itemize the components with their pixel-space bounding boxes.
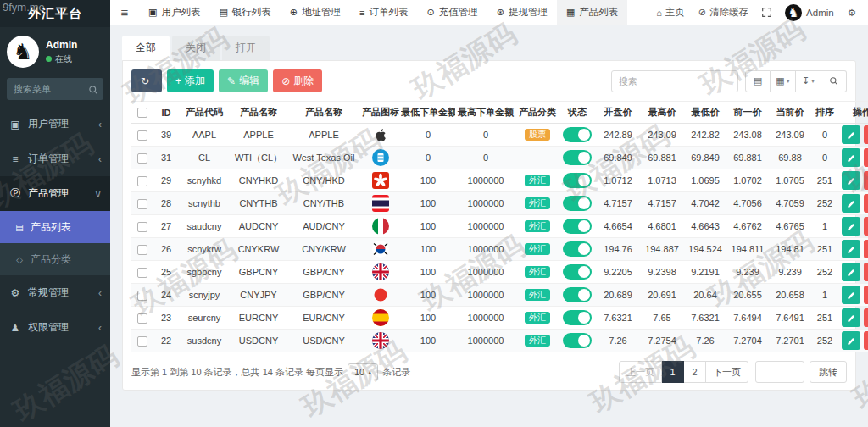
columns-button[interactable]: ▦▾ xyxy=(771,70,796,92)
row-edit-button[interactable] xyxy=(842,286,860,304)
row-delete-button[interactable] xyxy=(864,263,868,281)
table-row: 23seurcnyEURCNYEUR/CNY1001000000外汇7.6321… xyxy=(131,307,868,330)
row-checkbox[interactable] xyxy=(137,130,147,141)
search-button[interactable] xyxy=(821,70,847,92)
column-header-状态[interactable]: 状态 xyxy=(559,102,596,124)
row-delete-button[interactable] xyxy=(864,125,868,144)
row-delete-button[interactable] xyxy=(864,286,868,304)
toggle-view-button[interactable]: ▤ xyxy=(745,70,771,92)
status-toggle[interactable] xyxy=(563,196,592,211)
status-toggle[interactable] xyxy=(563,173,592,188)
column-header-操作[interactable]: 操作 xyxy=(838,102,868,124)
refresh-button[interactable]: ↻ xyxy=(131,69,162,92)
add-button[interactable]: +添加 xyxy=(167,69,214,92)
column-header-最高价[interactable]: 最高价 xyxy=(640,102,684,124)
column-header-产品图标[interactable]: 产品图标 xyxy=(360,102,401,124)
user-menu[interactable]: ♞ Admin xyxy=(778,4,841,21)
column-header-产品名称[interactable]: 产品名称 xyxy=(287,102,360,124)
column-header-排序[interactable]: 排序 xyxy=(811,102,838,124)
row-edit-button[interactable] xyxy=(842,263,860,281)
column-header-产品分类[interactable]: 产品分类 xyxy=(516,102,559,124)
table-search-input[interactable] xyxy=(611,70,738,92)
sidebar-item-订单管理[interactable]: ≡订单管理‹ xyxy=(0,141,110,176)
home-link[interactable]: ⌂主页 xyxy=(649,6,692,19)
row-edit-button[interactable] xyxy=(842,148,860,167)
sidebar-item-权限管理[interactable]: ♟权限管理‹ xyxy=(0,310,110,345)
filter-tab-打开[interactable]: 打开 xyxy=(222,36,270,60)
row-checkbox[interactable] xyxy=(137,176,147,186)
row-checkbox[interactable] xyxy=(137,291,147,301)
row-checkbox[interactable] xyxy=(137,199,147,209)
column-header-产品代码[interactable]: 产品代码 xyxy=(179,102,230,124)
cell-max-amount: 0 xyxy=(455,124,516,147)
row-checkbox[interactable] xyxy=(137,313,147,324)
status-toggle[interactable] xyxy=(563,264,592,280)
row-checkbox[interactable] xyxy=(137,245,147,255)
row-checkbox[interactable] xyxy=(137,222,147,232)
select-all-checkbox[interactable] xyxy=(137,108,147,118)
nav-tab-充值管理[interactable]: ⊙充值管理 xyxy=(417,0,487,25)
column-header-产品名称[interactable]: 产品名称 xyxy=(230,102,287,124)
row-edit-button[interactable] xyxy=(842,125,860,144)
nav-tab-银行列表[interactable]: ▤银行列表 xyxy=(209,0,280,25)
row-edit-button[interactable] xyxy=(842,308,860,327)
column-header-最低下单金额[interactable]: 最低下单金额 xyxy=(401,102,455,124)
row-delete-button[interactable] xyxy=(864,217,868,236)
settings-button[interactable]: ⚙ xyxy=(841,7,863,19)
nav-tab-提现管理[interactable]: ⊛提现管理 xyxy=(487,0,557,25)
page-jump-button[interactable]: 跳转 xyxy=(810,361,847,383)
column-header-开盘价[interactable]: 开盘价 xyxy=(596,102,640,124)
row-checkbox[interactable] xyxy=(137,153,147,164)
row-edit-button[interactable] xyxy=(842,331,860,350)
page-jump-input[interactable] xyxy=(755,361,804,383)
status-toggle[interactable] xyxy=(563,310,592,325)
row-delete-button[interactable] xyxy=(864,240,868,258)
column-header-前一价[interactable]: 前一价 xyxy=(726,102,769,124)
status-toggle[interactable] xyxy=(563,127,592,142)
row-delete-button[interactable] xyxy=(864,194,868,213)
delete-button[interactable]: ⊘删除 xyxy=(273,69,322,92)
pagination-page-2[interactable]: 2 xyxy=(684,361,706,383)
row-delete-button[interactable] xyxy=(864,148,868,167)
search-icon[interactable] xyxy=(88,83,98,98)
column-header-最高下单金额[interactable]: 最高下单金额 xyxy=(455,102,516,124)
status-toggle[interactable] xyxy=(563,150,592,165)
row-edit-button[interactable] xyxy=(842,217,860,236)
row-edit-button[interactable] xyxy=(842,194,860,213)
nav-tab-订单列表[interactable]: ≡订单列表 xyxy=(350,0,417,25)
pagination-prev[interactable]: 上一页 xyxy=(619,361,662,383)
column-header-最低价[interactable]: 最低价 xyxy=(684,102,726,124)
row-edit-button[interactable] xyxy=(842,240,860,258)
clear-cache-link[interactable]: ⊘清除缓存 xyxy=(692,6,755,19)
nav-tab-用户列表[interactable]: ▣用户列表 xyxy=(139,0,209,25)
row-checkbox[interactable] xyxy=(137,336,147,347)
export-button[interactable]: ↧▾ xyxy=(796,70,821,92)
pagination-next[interactable]: 下一页 xyxy=(706,361,748,383)
sidebar-item-常规管理[interactable]: ⚙常规管理‹ xyxy=(0,275,110,310)
page-size-dropdown[interactable]: 10▴ xyxy=(348,363,378,380)
sidebar-item-用户管理[interactable]: ▣用户管理‹ xyxy=(0,107,110,141)
sidebar-item-产品管理[interactable]: Ⓟ产品管理∨ xyxy=(0,176,110,211)
status-toggle[interactable] xyxy=(563,287,592,302)
row-delete-button[interactable] xyxy=(864,308,868,327)
hamburger-icon[interactable]: ≡ xyxy=(110,0,139,25)
fullscreen-button[interactable] xyxy=(755,8,778,17)
sidebar-subitem-产品分类[interactable]: ◇产品分类 xyxy=(0,243,110,275)
pagination-page-1[interactable]: 1 xyxy=(662,361,684,383)
row-checkbox[interactable] xyxy=(137,268,147,278)
column-header-ID[interactable]: ID xyxy=(153,102,179,124)
status-toggle[interactable] xyxy=(563,219,592,234)
row-delete-button[interactable] xyxy=(864,331,868,350)
sidebar-search xyxy=(7,78,103,100)
column-header-当前价[interactable]: 当前价 xyxy=(769,102,811,124)
sidebar-subitem-产品列表[interactable]: ▤产品列表 xyxy=(0,211,110,243)
row-edit-button[interactable] xyxy=(842,171,860,190)
filter-tab-全部[interactable]: 全部 xyxy=(122,36,170,60)
nav-tab-产品列表[interactable]: ▦产品列表 xyxy=(557,0,627,25)
edit-button[interactable]: ✎编辑 xyxy=(219,69,268,92)
row-delete-button[interactable] xyxy=(864,171,868,190)
nav-tab-地址管理[interactable]: ⊕地址管理 xyxy=(281,0,350,25)
status-toggle[interactable] xyxy=(563,333,592,348)
status-toggle[interactable] xyxy=(563,241,592,257)
filter-tab-关闭[interactable]: 关闭 xyxy=(172,36,220,60)
